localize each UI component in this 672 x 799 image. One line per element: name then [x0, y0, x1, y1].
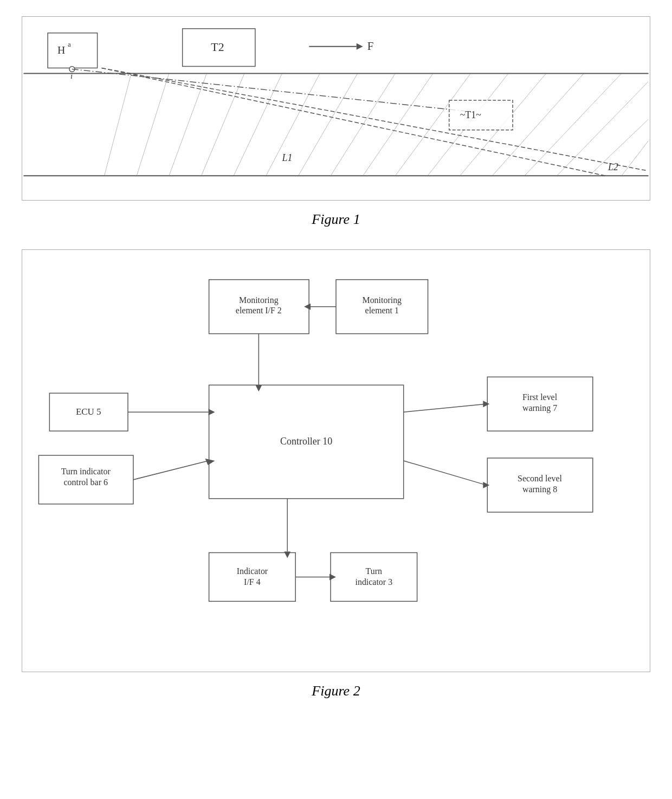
svg-rect-33	[449, 100, 513, 130]
svg-line-3	[102, 68, 646, 170]
svg-text:Monitoring: Monitoring	[239, 295, 279, 305]
svg-point-25	[69, 66, 75, 72]
svg-marker-52	[209, 409, 215, 415]
svg-rect-63	[487, 458, 593, 512]
svg-text:H: H	[57, 44, 65, 56]
svg-rect-40	[336, 280, 428, 334]
svg-marker-72	[284, 552, 290, 558]
svg-line-16	[460, 73, 546, 176]
svg-marker-57	[205, 459, 215, 465]
svg-text:First level: First level	[522, 392, 558, 402]
svg-line-12	[331, 73, 395, 176]
page: H a i T2 F ~T1~ L1 L2 Figure 1	[0, 0, 672, 799]
svg-marker-31	[357, 43, 363, 50]
svg-rect-28	[183, 29, 255, 67]
svg-text:L2: L2	[608, 162, 618, 172]
svg-marker-4	[23, 68, 648, 176]
svg-text:Monitoring: Monitoring	[362, 295, 402, 305]
svg-line-15	[428, 73, 508, 176]
svg-line-14	[395, 73, 470, 176]
svg-line-66	[404, 461, 487, 485]
svg-rect-45	[209, 385, 404, 498]
svg-marker-77	[329, 574, 336, 580]
svg-text:control bar 6: control bar 6	[63, 478, 107, 487]
svg-line-17	[492, 73, 584, 176]
figure2-diagram: Monitoring element I/F 2 Monitoring elem…	[22, 249, 650, 672]
svg-rect-68	[209, 553, 296, 602]
svg-text:Controller 10: Controller 10	[280, 436, 332, 447]
svg-line-61	[404, 404, 487, 412]
svg-text:Turn: Turn	[366, 566, 382, 576]
svg-rect-58	[487, 377, 593, 431]
svg-line-5	[105, 73, 132, 176]
svg-text:warning 7: warning 7	[522, 403, 557, 413]
svg-line-10	[266, 73, 320, 176]
svg-text:i: i	[70, 72, 73, 80]
svg-marker-62	[483, 401, 489, 407]
svg-text:element I/F 2: element I/F 2	[236, 306, 282, 315]
svg-rect-73	[331, 553, 417, 602]
svg-line-56	[133, 461, 209, 480]
svg-text:T2: T2	[211, 41, 224, 54]
figure2-caption: Figure 2	[22, 683, 650, 699]
svg-text:F: F	[367, 40, 374, 53]
figure1-caption: Figure 1	[22, 211, 650, 228]
svg-rect-49	[49, 393, 128, 431]
svg-text:L1: L1	[282, 152, 293, 163]
svg-line-20	[589, 119, 648, 176]
svg-line-8	[201, 73, 244, 176]
svg-line-9	[234, 73, 282, 176]
svg-line-2	[102, 68, 606, 176]
svg-rect-53	[38, 455, 133, 504]
figure1-diagram: H a i T2 F ~T1~ L1 L2	[22, 16, 650, 201]
svg-rect-22	[48, 33, 97, 68]
svg-line-7	[169, 73, 207, 176]
svg-marker-48	[255, 385, 262, 391]
svg-line-11	[298, 73, 357, 176]
svg-line-27	[72, 69, 466, 111]
svg-text:Turn indicator: Turn indicator	[61, 467, 111, 476]
svg-text:indicator 3: indicator 3	[356, 577, 393, 587]
svg-line-18	[525, 73, 622, 176]
svg-line-21	[622, 141, 649, 176]
svg-text:ECU 5: ECU 5	[76, 407, 101, 417]
svg-text:~T1~: ~T1~	[460, 109, 482, 120]
svg-marker-44	[304, 304, 311, 310]
svg-text:Indicator: Indicator	[237, 566, 268, 576]
svg-line-19	[557, 81, 649, 176]
svg-text:Second level: Second level	[518, 474, 562, 483]
svg-text:I/F 4: I/F 4	[244, 577, 261, 587]
svg-line-6	[137, 73, 169, 176]
svg-line-13	[363, 73, 433, 176]
svg-rect-37	[209, 280, 309, 334]
svg-text:warning 8: warning 8	[522, 485, 557, 494]
svg-text:a: a	[68, 40, 71, 48]
svg-marker-67	[483, 482, 489, 488]
svg-text:element 1: element 1	[365, 306, 399, 315]
